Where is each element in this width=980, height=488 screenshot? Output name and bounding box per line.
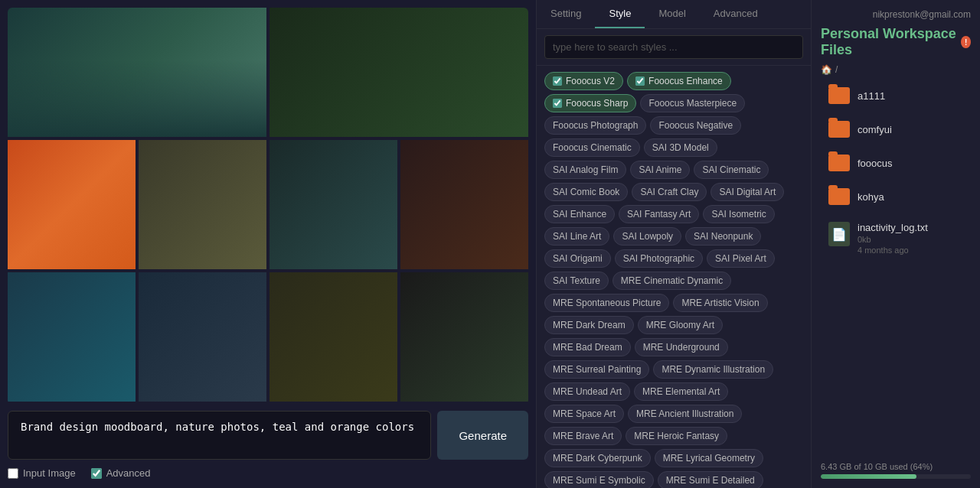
styles-search-input[interactable] xyxy=(544,35,803,59)
style-tag-mre-elemental-art[interactable]: MRE Elemental Art xyxy=(634,382,728,401)
style-tag-sai-craft-clay[interactable]: SAI Craft Clay xyxy=(632,183,707,201)
styles-list: Fooocus V2Fooocus EnhanceFooocus SharpFo… xyxy=(537,66,811,488)
style-tag-mre-gloomy-art[interactable]: MRE Gloomy Art xyxy=(638,316,723,334)
folder-name: a1111 xyxy=(858,90,885,102)
style-tag-sai-origami[interactable]: SAI Origami xyxy=(544,249,611,268)
folder-item-a1111[interactable]: a1111 xyxy=(821,81,971,110)
style-tag-fooocus-v2[interactable]: Fooocus V2 xyxy=(544,72,623,90)
style-label-mre-dark-dream: MRE Dark Dream xyxy=(553,320,626,330)
breadcrumb: 🏠 / xyxy=(821,64,971,75)
style-tag-sai-3d-model[interactable]: SAI 3D Model xyxy=(644,138,717,157)
style-tag-mre-sumi-e-symbolic[interactable]: MRE Sumi E Symbolic xyxy=(544,471,654,488)
style-tag-mre-bad-dream[interactable]: MRE Bad Dream xyxy=(544,338,631,356)
tabs-row: Setting Style Model Advanced xyxy=(537,0,811,29)
file-size: 0kb xyxy=(858,235,928,244)
style-tag-fooocus-cinematic[interactable]: Fooocus Cinematic xyxy=(544,138,640,157)
style-checkbox-fooocus-v2[interactable] xyxy=(553,76,562,86)
advanced-checkbox[interactable] xyxy=(91,468,102,479)
style-label-sai-enhance: SAI Enhance xyxy=(553,209,606,220)
input-image-checkbox[interactable] xyxy=(8,468,18,479)
style-label-sai-origami: SAI Origami xyxy=(553,253,603,264)
tab-setting[interactable]: Setting xyxy=(537,0,595,28)
image-cell-2 xyxy=(270,8,528,137)
image-cell-5 xyxy=(270,140,397,269)
style-tag-fooocus-negative[interactable]: Fooocus Negative xyxy=(650,116,741,135)
folder-item-kohya[interactable]: kohya xyxy=(821,182,971,211)
style-tag-mre-artistic-vision[interactable]: MRE Artistic Vision xyxy=(673,294,767,312)
style-tag-mre-spontaneous-picture[interactable]: MRE Spontaneous Picture xyxy=(544,294,669,312)
style-tag-mre-dark-cyberpunk[interactable]: MRE Dark Cyberpunk xyxy=(544,449,651,467)
style-tag-sai-lowpoly[interactable]: SAI Lowpoly xyxy=(613,227,681,246)
style-tag-mre-space-art[interactable]: MRE Space Art xyxy=(544,405,624,423)
storage-fill xyxy=(821,474,916,479)
breadcrumb-icon: 🏠 xyxy=(821,64,832,75)
workspace-title: Personal Workspace Files ! xyxy=(821,26,971,58)
style-tag-fooocus-sharp[interactable]: Fooocus Sharp xyxy=(544,94,636,112)
input-image-checkbox-label[interactable]: Input Image xyxy=(8,467,76,479)
style-tag-sai-texture[interactable]: SAI Texture xyxy=(544,272,609,290)
file-icon: 📄 xyxy=(828,222,850,246)
style-tag-mre-underground[interactable]: MRE Underground xyxy=(635,338,728,356)
style-label-sai-cinematic: SAI Cinematic xyxy=(702,164,760,175)
style-label-sai-lowpoly: SAI Lowpoly xyxy=(622,231,673,242)
storage-text: 6.43 GB of 10 GB used (64%) xyxy=(821,462,971,471)
style-label-mre-artistic-vision: MRE Artistic Vision xyxy=(681,298,759,308)
image-cell-7 xyxy=(8,272,136,402)
options-row: Input Image Advanced xyxy=(8,466,528,480)
advanced-checkbox-label[interactable]: Advanced xyxy=(91,467,151,479)
style-tag-sai-photographic[interactable]: SAI Photographic xyxy=(615,249,703,268)
style-label-mre-bad-dream: MRE Bad Dream xyxy=(553,342,622,353)
search-bar xyxy=(537,29,811,66)
folder-name: comfyui xyxy=(858,124,892,135)
style-tag-mre-sumi-e-detailed[interactable]: MRE Sumi E Detailed xyxy=(658,471,763,488)
style-checkbox-fooocus-sharp[interactable] xyxy=(553,99,562,108)
style-tag-fooocus-masterpiece[interactable]: Fooocus Masterpiece xyxy=(640,94,745,112)
style-tag-sai-cinematic[interactable]: SAI Cinematic xyxy=(694,161,769,179)
style-tag-mre-lyrical-geometry[interactable]: MRE Lyrical Geometry xyxy=(655,449,763,467)
folder-name: kohya xyxy=(858,191,884,203)
folder-icon xyxy=(828,155,850,171)
style-tag-fooocus-photograph[interactable]: Fooocus Photograph xyxy=(544,116,646,135)
file-item-inactivity_log.txt[interactable]: 📄inactivity_log.txt0kb4 months ago xyxy=(821,216,971,261)
style-tag-mre-dark-dream[interactable]: MRE Dark Dream xyxy=(544,316,634,334)
style-tag-sai-enhance[interactable]: SAI Enhance xyxy=(544,205,615,223)
tab-advanced[interactable]: Advanced xyxy=(700,0,772,28)
tab-model[interactable]: Model xyxy=(645,0,699,28)
style-tag-sai-pixel-art[interactable]: SAI Pixel Art xyxy=(707,249,775,268)
folder-item-fooocus[interactable]: fooocus xyxy=(821,148,971,177)
style-tag-mre-heroic-fantasy[interactable]: MRE Heroic Fantasy xyxy=(626,427,727,445)
moodboard-grid xyxy=(8,8,528,405)
style-tag-mre-ancient-illustration[interactable]: MRE Ancient Illustration xyxy=(628,405,742,423)
storage-section: 6.43 GB of 10 GB used (64%) xyxy=(821,456,971,479)
style-label-mre-dynamic-illustration: MRE Dynamic Illustration xyxy=(662,364,765,375)
style-tag-fooocus-enhance[interactable]: Fooocus Enhance xyxy=(627,72,731,90)
tab-style[interactable]: Style xyxy=(595,0,645,28)
style-tag-sai-analog-film[interactable]: SAI Analog Film xyxy=(544,161,626,179)
style-checkbox-fooocus-enhance[interactable] xyxy=(635,76,645,86)
style-tag-mre-brave-art[interactable]: MRE Brave Art xyxy=(544,427,622,445)
style-label-sai-fantasy-art: SAI Fantasy Art xyxy=(627,209,691,220)
generate-button[interactable]: Generate xyxy=(437,411,528,460)
style-label-mre-lyrical-geometry: MRE Lyrical Geometry xyxy=(663,453,755,464)
style-tag-sai-neonpunk[interactable]: SAI Neonpunk xyxy=(685,227,761,246)
style-label-mre-ancient-illustration: MRE Ancient Illustration xyxy=(636,408,733,419)
style-tag-mre-undead-art[interactable]: MRE Undead Art xyxy=(544,382,630,401)
prompt-input[interactable] xyxy=(8,411,431,460)
image-cell-4 xyxy=(139,140,266,269)
folder-item-comfyui[interactable]: comfyui xyxy=(821,115,971,144)
style-tag-sai-comic-book[interactable]: SAI Comic Book xyxy=(544,183,628,201)
style-tag-sai-fantasy-art[interactable]: SAI Fantasy Art xyxy=(619,205,699,223)
style-label-fooocus-masterpiece: Fooocus Masterpiece xyxy=(648,98,737,109)
storage-bar xyxy=(821,474,971,479)
style-tag-sai-anime[interactable]: SAI Anime xyxy=(630,161,690,179)
style-label-mre-brave-art: MRE Brave Art xyxy=(553,431,613,441)
style-tag-sai-isometric[interactable]: SAI Isometric xyxy=(703,205,774,223)
input-image-label: Input Image xyxy=(23,467,76,479)
style-tag-mre-dynamic-illustration[interactable]: MRE Dynamic Illustration xyxy=(653,360,773,379)
style-label-mre-heroic-fantasy: MRE Heroic Fantasy xyxy=(634,431,719,441)
style-tag-mre-surreal-painting[interactable]: MRE Surreal Painting xyxy=(544,360,649,379)
style-tag-sai-digital-art[interactable]: SAI Digital Art xyxy=(710,183,784,201)
image-cell-3 xyxy=(8,140,136,269)
style-tag-sai-line-art[interactable]: SAI Line Art xyxy=(544,227,609,246)
style-tag-mre-cinematic-dynamic[interactable]: MRE Cinematic Dynamic xyxy=(612,272,731,290)
